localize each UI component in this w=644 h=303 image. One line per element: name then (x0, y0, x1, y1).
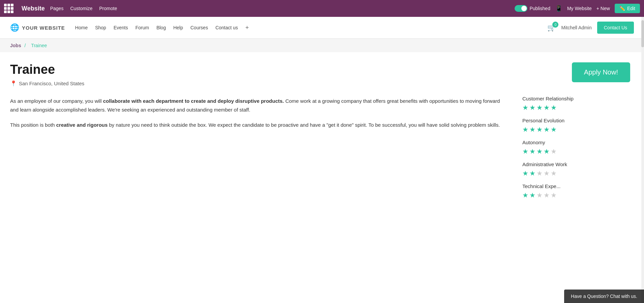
admin-nav-pages[interactable]: Pages (50, 6, 64, 11)
rating-label-4: Technical Expe... (522, 183, 630, 189)
star: ★ (522, 125, 528, 133)
rating-stars-1: ★ ★ ★ ★ ★ (522, 125, 630, 133)
star: ★ (529, 147, 535, 155)
navbar-links: Home Shop Events Forum Blog Help Courses… (75, 24, 548, 31)
star: ★ (529, 103, 535, 112)
nav-forum[interactable]: Forum (135, 25, 149, 30)
location-icon: 📍 (10, 80, 17, 87)
rating-administrative-work: Administrative Work ★ ★ ★ ★ ★ (522, 161, 630, 177)
admin-nav-promote[interactable]: Promote (99, 6, 117, 11)
star-empty: ★ (551, 147, 557, 155)
nav-events[interactable]: Events (114, 25, 128, 30)
published-toggle-wrap: Published (515, 5, 550, 12)
grid-icon[interactable] (4, 4, 13, 13)
admin-bar-right: Published 📱 My Website + New ✏️ Edit (515, 4, 640, 13)
apply-button-wrapper: Apply Now! (522, 62, 630, 82)
scrollbar-thumb[interactable] (641, 20, 644, 47)
nav-help[interactable]: Help (173, 25, 183, 30)
star: ★ (529, 191, 535, 199)
job-location: 📍 San Francisco, United States (10, 80, 502, 87)
admin-nav-customize[interactable]: Customize (70, 6, 92, 11)
content-left: Trainee 📍 San Francisco, United States A… (10, 62, 522, 205)
star: ★ (529, 169, 535, 177)
edit-label: Edit (627, 6, 635, 11)
rating-label-0: Customer Relationship (522, 96, 630, 101)
star: ★ (544, 103, 550, 112)
rating-label-1: Personal Evolution (522, 118, 630, 123)
rating-label-2: Autonomy (522, 140, 630, 145)
star: ★ (551, 103, 557, 112)
job-desc-1-pre: As an employee of our company, you will (10, 98, 103, 104)
admin-bar-left: Website Pages Customize Promote (4, 4, 512, 13)
rating-technical-experience: Technical Expe... ★ ★ ★ ★ ★ (522, 183, 630, 199)
star-empty: ★ (544, 169, 550, 177)
cart-badge: 0 (552, 22, 558, 28)
admin-bar: Website Pages Customize Promote Publishe… (0, 0, 644, 17)
star-empty: ★ (551, 169, 557, 177)
brand-name: YOUR WEBSITE (22, 25, 65, 31)
navbar-brand: 🌐 YOUR WEBSITE (10, 23, 65, 32)
apply-now-button[interactable]: Apply Now! (572, 62, 630, 82)
nav-home[interactable]: Home (75, 25, 88, 30)
published-label: Published (529, 6, 550, 11)
admin-name[interactable]: Mitchell Admin (561, 25, 591, 30)
admin-brand: Website (22, 5, 45, 12)
star: ★ (536, 125, 543, 133)
pencil-icon: ✏️ (619, 6, 625, 11)
published-toggle[interactable] (515, 5, 527, 12)
rating-autonomy: Autonomy ★ ★ ★ ★ ★ (522, 140, 630, 155)
job-desc-2: This position is both creative and rigor… (10, 121, 502, 129)
rating-stars-2: ★ ★ ★ ★ ★ (522, 147, 630, 155)
breadcrumb: Jobs / Trainee (0, 39, 644, 52)
scrollbar[interactable] (641, 17, 644, 215)
star-empty: ★ (544, 191, 550, 199)
nav-contact-us[interactable]: Contact us (215, 25, 238, 30)
job-desc-2-pre: This position is both (10, 122, 56, 128)
content-right: Apply Now! Customer Relationship ★ ★ ★ ★… (522, 62, 630, 205)
ratings-section: Customer Relationship ★ ★ ★ ★ ★ Personal… (522, 96, 630, 199)
star: ★ (522, 169, 528, 177)
job-desc-2-post: by nature you need to think outside the … (108, 122, 500, 128)
nav-blog[interactable]: Blog (156, 25, 166, 30)
job-desc-1: As an employee of our company, you will … (10, 97, 502, 114)
rating-stars-4: ★ ★ ★ ★ ★ (522, 191, 630, 199)
mobile-icon[interactable]: 📱 (555, 5, 562, 12)
navbar: 🌐 YOUR WEBSITE Home Shop Events Forum Bl… (0, 17, 644, 39)
navbar-right: 🛒 0 Mitchell Admin Contact Us (547, 22, 634, 34)
breadcrumb-separator: / (25, 43, 26, 48)
star: ★ (544, 147, 550, 155)
new-button[interactable]: + New (596, 6, 610, 11)
job-location-text: San Francisco, United States (19, 81, 84, 86)
nav-courses[interactable]: Courses (190, 25, 208, 30)
navbar-add-icon[interactable]: + (245, 24, 249, 31)
cart-button[interactable]: 🛒 0 (547, 24, 556, 32)
globe-icon: 🌐 (10, 23, 19, 32)
rating-customer-relationship: Customer Relationship ★ ★ ★ ★ ★ (522, 96, 630, 112)
main-container: Trainee 📍 San Francisco, United States A… (0, 52, 640, 215)
star-empty: ★ (536, 169, 543, 177)
star: ★ (544, 125, 550, 133)
job-title: Trainee (10, 62, 502, 77)
rating-stars-3: ★ ★ ★ ★ ★ (522, 169, 630, 177)
breadcrumb-current: Trainee (31, 43, 47, 48)
edit-button[interactable]: ✏️ Edit (615, 4, 640, 13)
star: ★ (529, 125, 535, 133)
job-desc-2-bold: creative and rigorous (56, 122, 108, 128)
contact-us-button[interactable]: Contact Us (597, 22, 634, 34)
rating-personal-evolution: Personal Evolution ★ ★ ★ ★ ★ (522, 118, 630, 133)
star: ★ (522, 147, 528, 155)
job-desc-1-bold: collaborate with each department to crea… (103, 98, 284, 104)
star: ★ (536, 147, 543, 155)
my-website-button[interactable]: My Website (567, 6, 592, 11)
rating-label-3: Administrative Work (522, 161, 630, 167)
star-empty: ★ (536, 191, 543, 199)
star: ★ (551, 125, 557, 133)
rating-stars-0: ★ ★ ★ ★ ★ (522, 103, 630, 112)
nav-shop[interactable]: Shop (95, 25, 106, 30)
breadcrumb-jobs[interactable]: Jobs (10, 43, 21, 48)
star: ★ (522, 103, 528, 112)
admin-nav: Pages Customize Promote (50, 6, 117, 11)
star: ★ (522, 191, 528, 199)
star: ★ (536, 103, 543, 112)
star-empty: ★ (551, 191, 557, 199)
